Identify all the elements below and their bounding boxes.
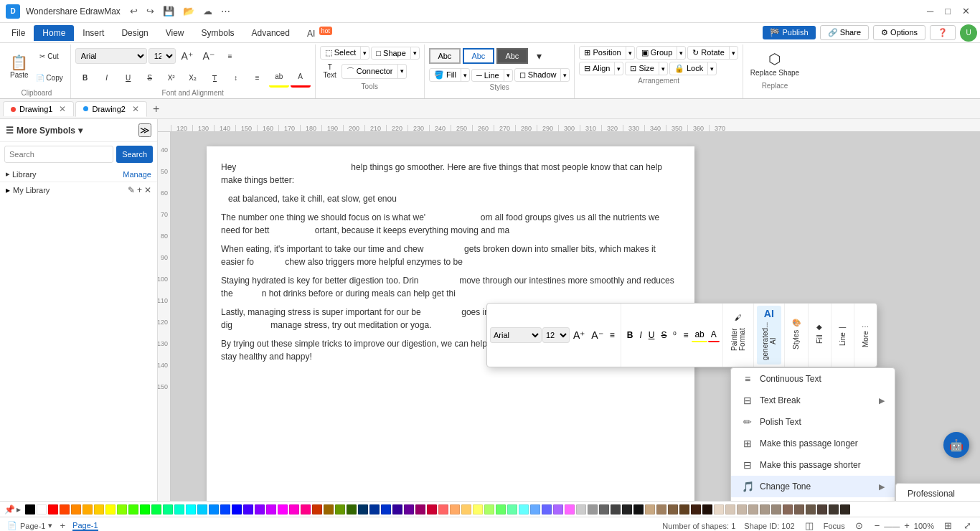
publish-button[interactable]: 🏁 Publish bbox=[763, 26, 815, 39]
menu-home[interactable]: Home bbox=[34, 25, 74, 41]
menu-symbols[interactable]: Symbols bbox=[193, 25, 243, 41]
palette-color[interactable] bbox=[553, 504, 563, 514]
palette-color[interactable] bbox=[128, 504, 138, 514]
palette-color[interactable] bbox=[266, 504, 276, 514]
palette-color[interactable] bbox=[60, 504, 70, 514]
palette-color[interactable] bbox=[806, 504, 816, 514]
menu-view[interactable]: View bbox=[157, 25, 193, 41]
group-arrow-button[interactable]: ▾ bbox=[677, 47, 685, 59]
palette-color[interactable] bbox=[507, 504, 517, 514]
select-arrow-button[interactable]: ▾ bbox=[360, 47, 369, 59]
sidebar-manage-link[interactable]: Manage bbox=[123, 170, 151, 179]
bold-button[interactable]: B bbox=[75, 67, 95, 88]
ft-align-btn[interactable]: ≡ bbox=[607, 329, 618, 342]
my-library-add-button[interactable]: + bbox=[137, 185, 142, 195]
menu-insert[interactable]: Insert bbox=[74, 25, 113, 41]
palette-color[interactable] bbox=[519, 504, 529, 514]
fit-page-button[interactable]: ⊞ bbox=[943, 520, 953, 531]
rotate-main-button[interactable]: ↻ Rotate bbox=[688, 47, 728, 59]
palette-color[interactable] bbox=[633, 504, 644, 514]
palette-color[interactable] bbox=[725, 504, 735, 514]
sidebar-collapse-icon[interactable]: ☰ bbox=[6, 126, 14, 136]
subscript-button[interactable]: X₂ bbox=[183, 67, 203, 88]
ft-strike-btn[interactable]: S bbox=[658, 329, 669, 342]
layers-button[interactable]: ◫ bbox=[804, 520, 815, 531]
palette-color[interactable] bbox=[829, 504, 839, 514]
palette-color[interactable] bbox=[358, 504, 368, 514]
fill-arrow-button[interactable]: ▾ bbox=[461, 69, 469, 81]
page-selector[interactable]: 📄 Page-1 ▾ bbox=[7, 521, 52, 530]
palette-color[interactable] bbox=[324, 504, 334, 514]
palette-color[interactable] bbox=[496, 504, 506, 514]
palette-color[interactable] bbox=[209, 504, 219, 514]
lock-arrow-button[interactable]: ▾ bbox=[707, 62, 716, 75]
ft-italic-btn[interactable]: I bbox=[636, 329, 644, 342]
more-quick-button[interactable]: ⋯ bbox=[217, 4, 234, 18]
palette-color[interactable] bbox=[220, 504, 230, 514]
align-main-button[interactable]: ⊟ Align bbox=[580, 62, 614, 75]
palette-color[interactable] bbox=[312, 504, 322, 514]
ft-size-select[interactable]: 12 bbox=[542, 327, 570, 343]
size-arrow-button[interactable]: ▾ bbox=[659, 62, 667, 75]
palette-color[interactable] bbox=[473, 504, 483, 514]
decrease-font-button[interactable]: A⁻ bbox=[199, 46, 219, 66]
palette-color[interactable] bbox=[702, 504, 712, 514]
palette-color[interactable] bbox=[748, 504, 758, 514]
palette-color[interactable] bbox=[530, 504, 540, 514]
palette-color[interactable] bbox=[656, 504, 666, 514]
style-preset-3[interactable]: Abc bbox=[496, 48, 528, 64]
canvas-area[interactable]: 120 130 140 150 160 170 180 190 200 210 … bbox=[158, 119, 980, 501]
palette-color[interactable] bbox=[105, 504, 116, 514]
palette-color[interactable] bbox=[301, 504, 311, 514]
palette-color[interactable] bbox=[255, 504, 265, 514]
zoom-in-button[interactable]: + bbox=[903, 520, 911, 531]
palette-color[interactable] bbox=[817, 504, 827, 514]
palette-color[interactable] bbox=[760, 504, 770, 514]
line-arrow-button[interactable]: ▾ bbox=[504, 70, 512, 81]
palette-arrow-button[interactable]: ▸ bbox=[17, 504, 21, 514]
palette-color[interactable] bbox=[645, 504, 655, 514]
connector-main-button[interactable]: ⌒ Connector bbox=[342, 65, 397, 78]
ft-more-button[interactable]: ⋯ More bbox=[857, 319, 874, 351]
select-main-button[interactable]: ⬚ Select bbox=[321, 47, 361, 59]
ft-highlight-btn[interactable]: ab bbox=[692, 328, 707, 342]
ai-fab-button[interactable]: 🤖 bbox=[943, 432, 969, 458]
share-button[interactable]: 🔗 Share bbox=[820, 25, 869, 40]
palette-color[interactable] bbox=[151, 504, 161, 514]
palette-color[interactable] bbox=[427, 504, 437, 514]
palette-color[interactable] bbox=[679, 504, 689, 514]
font-family-select[interactable]: Arial Times New Roman Calibri bbox=[75, 48, 147, 64]
lock-main-button[interactable]: 🔒 Lock bbox=[670, 62, 707, 75]
position-arrow-button[interactable]: ▾ bbox=[626, 47, 634, 59]
undo-button[interactable]: ↩ bbox=[126, 4, 141, 18]
palette-color[interactable] bbox=[25, 504, 35, 514]
canvas-content[interactable]: Hey help things go smoother. Here are fi… bbox=[171, 132, 980, 501]
palette-color[interactable] bbox=[335, 504, 345, 514]
menu-design[interactable]: Design bbox=[113, 25, 156, 41]
cm-make-longer[interactable]: ⊞ Make this passage longer bbox=[731, 433, 895, 454]
palette-color[interactable] bbox=[484, 504, 494, 514]
palette-color[interactable] bbox=[668, 504, 678, 514]
style-preset-2[interactable]: Abc bbox=[463, 48, 494, 64]
maximize-button[interactable]: □ bbox=[941, 4, 955, 18]
size-main-button[interactable]: ⊡ Size bbox=[626, 62, 658, 75]
palette-pin-button[interactable]: 📌 bbox=[4, 504, 15, 514]
palette-color[interactable] bbox=[392, 504, 402, 514]
palette-color[interactable] bbox=[48, 504, 58, 514]
palette-color[interactable] bbox=[37, 504, 47, 514]
line-spacing-button[interactable]: ↕ bbox=[226, 67, 246, 88]
connector-arrow-button[interactable]: ▾ bbox=[397, 65, 406, 78]
copy-button[interactable]: 📄 Copy bbox=[33, 67, 66, 88]
focus-toggle[interactable]: ⊙ bbox=[854, 520, 864, 531]
palette-color[interactable] bbox=[381, 504, 391, 514]
tab-close-drawing2[interactable]: ✕ bbox=[132, 104, 139, 114]
options-button[interactable]: ⚙ Options bbox=[873, 25, 925, 40]
shape-arrow-button[interactable]: ▾ bbox=[410, 47, 419, 59]
text-style-button[interactable]: T̲ bbox=[204, 67, 225, 88]
cm-continuous-text[interactable]: ≡ Continuous Text bbox=[731, 368, 895, 390]
palette-color[interactable] bbox=[278, 504, 288, 514]
palette-color[interactable] bbox=[737, 504, 747, 514]
palette-color[interactable] bbox=[794, 504, 804, 514]
palette-color[interactable] bbox=[461, 504, 471, 514]
ft-fill-button[interactable]: ◆ Fill bbox=[811, 319, 828, 351]
